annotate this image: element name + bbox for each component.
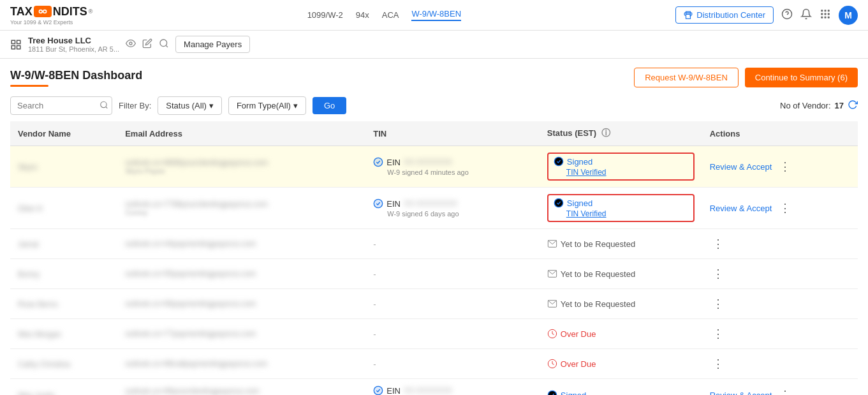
email-cell: outlook.co+66paymentingpaysrus.com xyxy=(117,289,365,319)
svg-rect-14 xyxy=(828,13,830,15)
status-cell: Yet to be Requested xyxy=(540,259,702,289)
search-company-button[interactable] xyxy=(159,38,169,50)
th-vendor-name: Vendor Name xyxy=(10,121,117,146)
eye-icon xyxy=(126,38,136,48)
mail-icon xyxy=(547,299,557,309)
distribution-center-button[interactable]: Distribution Center xyxy=(675,6,774,24)
nav-1099[interactable]: 1099/W-2 xyxy=(307,10,343,20)
mail-icon xyxy=(547,269,557,279)
view-company-button[interactable] xyxy=(126,38,136,50)
actions-cell: ⋮ xyxy=(702,289,858,319)
form-type-filter-button[interactable]: Form Type(All) ▾ xyxy=(228,96,306,115)
status-cell: Signed TIN Verified xyxy=(540,188,702,229)
notifications-button[interactable] xyxy=(800,8,812,22)
svg-point-22 xyxy=(129,42,132,45)
nav-icons: Distribution Center M xyxy=(675,6,858,25)
svg-rect-17 xyxy=(828,16,830,18)
th-tin: TIN xyxy=(365,121,540,146)
edit-company-button[interactable] xyxy=(142,38,152,50)
nav-94x[interactable]: 94x xyxy=(356,10,369,20)
more-actions-button[interactable]: ⋮ xyxy=(777,200,793,216)
request-w9-button[interactable]: Request W-9/W-8BEN xyxy=(634,68,739,87)
email-cell: outlook.co+7788yourclientingpaysrus.comC… xyxy=(117,188,365,229)
overdue-icon xyxy=(547,329,557,339)
th-actions: Actions xyxy=(702,121,858,146)
nav-aca[interactable]: ACA xyxy=(382,10,399,20)
title-underline xyxy=(10,85,48,87)
svg-point-34 xyxy=(554,198,563,207)
vendor-table: Vendor Name Email Address TIN Status (ES… xyxy=(10,121,858,395)
filter-bar: Filter By: Status (All) ▾ Form Type(All)… xyxy=(0,93,868,121)
vendor-name-cell: Cathy Christina xyxy=(10,349,117,379)
status-cell: Signed TIN Verified xyxy=(540,146,702,188)
logo-tagline: Your 1099 & W2 Experts xyxy=(10,19,92,26)
printer-icon xyxy=(684,11,693,20)
svg-point-25 xyxy=(101,101,107,107)
tin-cell: EIN XX-XXXXXXX W-9 signed 4 minutes ago xyxy=(365,146,540,188)
more-actions-button[interactable]: ⋮ xyxy=(710,355,726,372)
user-avatar[interactable]: M xyxy=(839,6,858,25)
svg-line-24 xyxy=(166,45,168,47)
th-email: Email Address xyxy=(117,121,365,146)
manage-payers-button[interactable]: Manage Payers xyxy=(175,36,250,53)
vendor-name-cell: Wes Morgan xyxy=(10,319,117,349)
search-input[interactable] xyxy=(10,96,112,115)
table-body: Skyro outlook.co+8899yourclientingpaysru… xyxy=(10,146,858,396)
th-status: Status (EST) ⓘ xyxy=(540,121,702,146)
svg-rect-12 xyxy=(821,13,823,15)
svg-point-23 xyxy=(160,40,167,47)
email-cell: outlook.co+99yourclientingpaysrus.comWes… xyxy=(117,379,365,396)
actions-cell: ⋮ xyxy=(702,259,858,289)
actions-cell: ⋮ xyxy=(702,349,858,379)
status-info-icon[interactable]: ⓘ xyxy=(601,128,610,138)
signed-icon xyxy=(547,390,557,395)
vendor-name-cell: Glien K xyxy=(10,188,117,229)
vendor-count: No of Vendor: 17 xyxy=(780,100,858,112)
svg-rect-20 xyxy=(11,45,15,48)
email-cell: outlook.co+44paymentingpaysrus.com xyxy=(117,229,365,259)
dashboard-header: W-9/W-8BEN Dashboard Request W-9/W-8BEN … xyxy=(0,59,868,93)
apps-button[interactable] xyxy=(820,8,831,22)
svg-rect-13 xyxy=(825,13,827,15)
svg-rect-4 xyxy=(686,14,691,19)
more-actions-button[interactable]: ⋮ xyxy=(777,158,793,175)
more-actions-button[interactable]: ⋮ xyxy=(710,235,726,252)
svg-rect-10 xyxy=(825,10,827,11)
actions-cell: Review & Accept⋮ xyxy=(702,188,858,229)
top-navigation: TAX NDITS ® Your 1099 & W2 Experts 1099/… xyxy=(0,0,868,31)
dashboard-actions: Request W-9/W-8BEN Continue to Summary (… xyxy=(634,68,858,87)
status-filter-button[interactable]: Status (All) ▾ xyxy=(158,96,222,115)
actions-cell: ⋮ xyxy=(702,229,858,259)
signed-icon xyxy=(554,198,564,208)
search-submit-button[interactable] xyxy=(99,100,108,111)
table-row: Rose Berns outlook.co+66paymentingpaysru… xyxy=(10,289,858,319)
refresh-button[interactable] xyxy=(848,100,858,112)
checkmark-circle-icon xyxy=(373,198,383,209)
go-button[interactable]: Go xyxy=(313,97,346,114)
tin-cell: - xyxy=(365,319,540,349)
more-actions-button[interactable]: ⋮ xyxy=(777,387,793,395)
owl-icon xyxy=(36,6,49,17)
svg-rect-18 xyxy=(11,40,15,43)
actions-cell: Review & Accept⋮ xyxy=(702,379,858,396)
status-cell: Signed xyxy=(540,379,702,396)
signed-icon xyxy=(554,156,564,167)
review-accept-link[interactable]: Review & Accept xyxy=(710,162,772,172)
review-accept-link[interactable]: Review & Accept xyxy=(710,204,772,213)
more-actions-button[interactable]: ⋮ xyxy=(710,325,726,342)
nav-w9[interactable]: W-9/W-8BEN xyxy=(411,9,461,21)
help-button[interactable] xyxy=(781,8,793,22)
search-wrapper xyxy=(10,96,112,115)
review-accept-link[interactable]: Review & Accept xyxy=(710,391,772,396)
svg-line-26 xyxy=(106,107,108,108)
help-icon xyxy=(781,8,793,20)
page-title: W-9/W-8BEN Dashboard xyxy=(10,69,142,82)
more-actions-button[interactable]: ⋮ xyxy=(710,265,726,282)
continue-summary-button[interactable]: Continue to Summary (6) xyxy=(745,68,858,87)
svg-point-43 xyxy=(548,391,556,395)
svg-point-6 xyxy=(690,15,691,16)
actions-cell: ⋮ xyxy=(702,319,858,349)
tin-cell: EIN XX-XXXXXXX W-9 signed 3 months ago xyxy=(365,379,540,396)
more-actions-button[interactable]: ⋮ xyxy=(710,295,726,312)
vendor-name-cell: Bonny xyxy=(10,259,117,289)
